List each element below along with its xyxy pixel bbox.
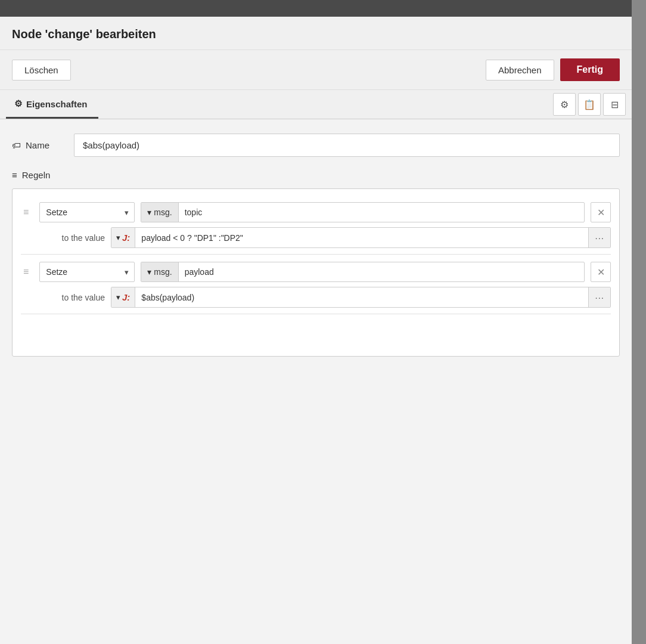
done-button[interactable]: Fertig <box>560 58 620 81</box>
value-arrow-2: ▾ <box>116 293 120 302</box>
tab-properties-label: Eigenschaften <box>26 99 88 109</box>
msg-type-arrow-1: ▾ <box>147 208 151 217</box>
panel-title: Node 'change' bearbeiten <box>12 27 620 41</box>
action-select-wrapper-1: Setze <box>39 202 135 222</box>
action-select-2[interactable]: Setze <box>39 262 135 282</box>
button-row: Löschen Abbrechen Fertig <box>0 50 632 90</box>
settings-icon-button[interactable]: ⚙ <box>553 93 576 116</box>
msg-type-label-2: msg. <box>154 267 172 277</box>
rule-value-row-2: to the value ▾ J: ··· <box>21 287 611 308</box>
rule-top-row-2: ≡ Setze ▾ msg. ✕ <box>21 262 611 282</box>
value-type-btn-1[interactable]: ▾ J: <box>111 228 135 247</box>
drag-handle-1[interactable]: ≡ <box>21 206 31 219</box>
rules-section-label: ≡ Regeln <box>12 170 620 180</box>
value-arrow-1: ▾ <box>116 233 120 242</box>
panel-header: Node 'change' bearbeiten <box>0 17 632 50</box>
msg-field-wrapper-2: ▾ msg. <box>141 262 585 282</box>
empty-rule-area <box>21 314 611 350</box>
delete-rule-2-button[interactable]: ✕ <box>591 262 611 282</box>
value-type-btn-2[interactable]: ▾ J: <box>111 287 135 307</box>
drag-handle-2[interactable]: ≡ <box>21 265 31 278</box>
list-icon: ≡ <box>12 170 17 180</box>
action-select-wrapper-2: Setze <box>39 262 135 282</box>
tab-icons: ⚙ 📋 ⊟ <box>553 93 626 116</box>
action-select-1[interactable]: Setze <box>39 202 135 222</box>
rule-item: ≡ Setze ▾ msg. ✕ <box>21 195 611 255</box>
cancel-button[interactable]: Abbrechen <box>486 60 554 80</box>
name-row: 🏷 Name <box>12 134 620 157</box>
msg-type-btn-2[interactable]: ▾ msg. <box>141 262 178 281</box>
content-area: 🏷 Name ≡ Regeln ≡ Setze <box>0 119 632 369</box>
rule-item-2: ≡ Setze ▾ msg. ✕ <box>21 255 611 314</box>
to-the-value-label-2: to the value <box>42 293 105 302</box>
name-label: 🏷 Name <box>12 140 66 150</box>
gear-icon: ⚙ <box>14 98 22 109</box>
msg-type-btn-1[interactable]: ▾ msg. <box>141 203 178 222</box>
layout-icon-button[interactable]: ⊟ <box>603 93 626 116</box>
value-input-1[interactable] <box>135 228 588 247</box>
delete-rule-1-button[interactable]: ✕ <box>591 202 611 222</box>
msg-field-wrapper-1: ▾ msg. <box>141 202 585 222</box>
tabs-row: ⚙ Eigenschaften ⚙ 📋 ⊟ <box>0 90 632 119</box>
rules-container: ≡ Setze ▾ msg. ✕ <box>12 188 620 357</box>
tag-icon: 🏷 <box>12 140 21 150</box>
j-icon-1: J: <box>122 233 130 243</box>
name-input[interactable] <box>74 134 620 157</box>
to-the-value-label-1: to the value <box>42 233 105 243</box>
msg-field-input-1[interactable] <box>179 203 584 222</box>
top-bar <box>0 0 632 17</box>
msg-type-label-1: msg. <box>154 208 172 217</box>
doc-icon-button[interactable]: 📋 <box>578 93 601 116</box>
msg-field-input-2[interactable] <box>179 262 584 281</box>
j-icon-2: J: <box>122 292 130 302</box>
more-btn-2[interactable]: ··· <box>588 287 610 307</box>
more-btn-1[interactable]: ··· <box>588 228 610 247</box>
value-field-wrapper-2: ▾ J: ··· <box>111 287 611 308</box>
rule-top-row-1: ≡ Setze ▾ msg. ✕ <box>21 202 611 222</box>
delete-button[interactable]: Löschen <box>12 60 71 80</box>
value-field-wrapper-1: ▾ J: ··· <box>111 227 611 248</box>
rule-value-row-1: to the value ▾ J: ··· <box>21 227 611 248</box>
msg-type-arrow-2: ▾ <box>147 267 151 277</box>
value-input-2[interactable] <box>135 288 588 307</box>
tab-properties[interactable]: ⚙ Eigenschaften <box>6 90 98 119</box>
